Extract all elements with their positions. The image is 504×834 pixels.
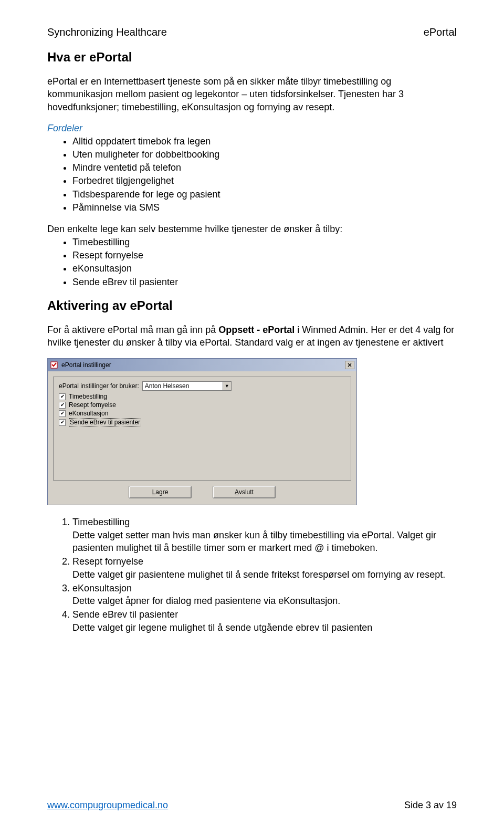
btn-text: agre	[155, 488, 168, 496]
checkbox-label: eKonsultasjon	[69, 410, 108, 417]
para-pre: For å aktivere ePortal må man gå inn på	[47, 325, 218, 335]
services-lead: Den enkelte lege kan selv bestemme hvilk…	[47, 224, 457, 235]
mnemonic: A	[235, 488, 239, 496]
item-head: Timebestilling	[72, 517, 130, 527]
checkbox-ekonsultasjon[interactable]: ✔	[59, 410, 66, 417]
dialog-title: ePortal instillinger	[61, 361, 345, 369]
benefits-heading: Fordeler	[47, 123, 457, 134]
checkbox-label: Resept fornyelse	[69, 401, 116, 409]
app-icon	[50, 361, 58, 369]
list-item: Sende eBrev til pasienter	[72, 276, 457, 289]
list-item: Forbedret tilgjengelighet	[72, 174, 457, 187]
checkbox-row: ✔ Resept fornyelse	[59, 401, 345, 409]
close-button[interactable]	[345, 361, 354, 369]
dialog-screenshot: ePortal instillinger ePortal instillinge…	[47, 358, 457, 505]
close-icon	[348, 363, 352, 367]
item-head: Sende eBrev til pasienter	[72, 609, 178, 620]
benefits-list: Alltid oppdatert timebok fra legen Uten …	[47, 135, 457, 214]
btn-text: vslutt	[239, 488, 254, 496]
numbered-list: Timebestilling Dette valget setter man h…	[47, 516, 457, 634]
list-item: Tidsbesparende for lege og pasient	[72, 188, 457, 201]
list-item: Mindre ventetid på telefon	[72, 161, 457, 174]
services-list: Timebestilling Resept fornyelse eKonsult…	[47, 236, 457, 289]
header-left: Synchronizing Healthcare	[47, 26, 167, 38]
activation-paragraph: For å aktivere ePortal må man gå inn på …	[47, 324, 457, 349]
checkbox-label-focused: Sende eBrev til pasienter	[69, 418, 141, 426]
dialog-title-bar: ePortal instillinger	[48, 359, 356, 371]
checkbox-resept[interactable]: ✔	[59, 402, 66, 409]
checkbox-row: ✔ Timebestilling	[59, 393, 345, 400]
list-item: eKonsultasjon	[72, 262, 457, 275]
header-right: ePortal	[424, 26, 457, 38]
dialog-buttons: Lagre Avslutt	[53, 486, 351, 498]
list-item: Påminnelse via SMS	[72, 201, 457, 214]
checkbox-timebestilling[interactable]: ✔	[59, 393, 66, 400]
list-item: Timebestilling Dette valget setter man h…	[72, 516, 457, 554]
checkbox-row: ✔ Sende eBrev til pasienter	[59, 418, 345, 426]
cancel-button[interactable]: Avslutt	[213, 486, 276, 498]
item-head: Resept fornyelse	[72, 556, 143, 567]
item-head: eKonsultasjon	[72, 583, 132, 593]
list-item: Sende eBrev til pasienter Dette valget g…	[72, 608, 457, 634]
item-body: Dette valget setter man hvis man ønsker …	[72, 529, 457, 555]
list-item: Timebestilling	[72, 236, 457, 249]
page-footer: www.compugroupmedical.no Side 3 av 19	[47, 800, 457, 811]
save-button[interactable]: Lagre	[129, 486, 192, 498]
list-item: eKonsultasjon Dette valget åpner for dia…	[72, 582, 457, 608]
item-body: Dette valget gir legene mulighet til å s…	[72, 621, 457, 634]
checkbox-ebrev[interactable]: ✔	[59, 419, 66, 426]
item-body: Dette valget gir pasientene mulighet til…	[72, 568, 457, 581]
user-combobox[interactable]: Anton Helsesen ▼	[142, 381, 232, 391]
item-body: Dette valget åpner for dialog med pasien…	[72, 595, 457, 607]
user-label: ePortal instillinger for bruker:	[59, 382, 139, 390]
intro-paragraph: ePortal er en Internettbasert tjeneste s…	[47, 75, 457, 113]
page-header: Synchronizing Healthcare ePortal	[47, 26, 457, 38]
checkbox-label: Timebestilling	[69, 393, 107, 400]
checkbox-row: ✔ eKonsultasjon	[59, 410, 345, 417]
list-item: Resept fornyelse	[72, 249, 457, 262]
list-item: Alltid oppdatert timebok fra legen	[72, 135, 457, 148]
dialog-fieldset: ePortal instillinger for bruker: Anton H…	[53, 377, 351, 481]
list-item: Uten muligheter for dobbeltbooking	[72, 148, 457, 161]
eportal-settings-dialog: ePortal instillinger ePortal instillinge…	[47, 358, 357, 505]
para-bold: Oppsett - ePortal	[218, 325, 295, 335]
section-title-what-is: Hva er ePortal	[47, 50, 457, 65]
list-item: Resept fornyelse Dette valget gir pasien…	[72, 555, 457, 581]
footer-link[interactable]: www.compugroupmedical.no	[47, 800, 168, 811]
user-row: ePortal instillinger for bruker: Anton H…	[59, 381, 345, 391]
chevron-down-icon: ▼	[223, 382, 231, 390]
user-combobox-value: Anton Helsesen	[143, 382, 223, 390]
page-number: Side 3 av 19	[404, 800, 457, 811]
section-title-activation: Aktivering av ePortal	[47, 298, 457, 313]
dialog-body: ePortal instillinger for bruker: Anton H…	[48, 371, 356, 505]
